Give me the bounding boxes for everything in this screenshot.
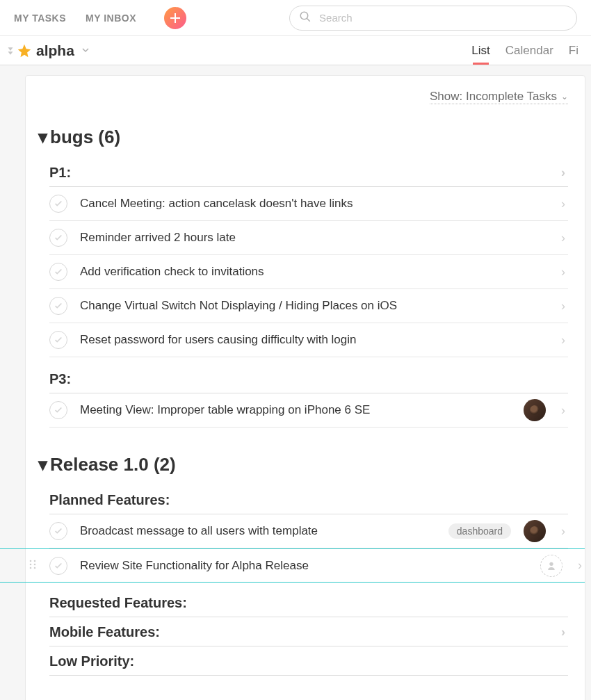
section-title: bugs (6) [50, 127, 120, 148]
task-panel: Show: Incomplete Tasks ⌄ ▾ bugs (6) P1: … [25, 75, 585, 700]
assignee-avatar[interactable] [524, 520, 546, 542]
subsection-label: P1: [49, 165, 71, 181]
chevron-right-icon: › [558, 333, 568, 348]
chevron-down-icon[interactable] [81, 44, 90, 57]
task-row[interactable]: Reset password for users causing difficu… [49, 323, 568, 357]
svg-point-5 [34, 563, 36, 565]
svg-point-6 [30, 567, 32, 569]
project-name: alpha [36, 42, 74, 59]
subsection-heading[interactable]: Planned Features: [49, 485, 568, 514]
complete-checkbox[interactable] [49, 229, 67, 247]
section-header-release[interactable]: ▾ Release 1.0 (2) [38, 454, 568, 475]
tab-list[interactable]: List [471, 44, 489, 58]
task-row[interactable]: Reminder arrived 2 hours late › [49, 221, 568, 255]
complete-checkbox[interactable] [49, 401, 67, 419]
subsection-p3: P3: [49, 364, 568, 393]
chevron-right-icon: › [558, 231, 568, 245]
svg-point-2 [30, 560, 32, 562]
task-row-selected[interactable]: Review Site Functionality for Alpha Rele… [0, 548, 585, 583]
chevron-right-icon: › [558, 197, 568, 211]
task-title: Broadcast message to all users with temp… [80, 524, 436, 538]
subsection-heading[interactable]: Low Priority: [49, 646, 568, 676]
filter-label: Show: Incomplete Tasks [430, 90, 557, 104]
caret-down-icon: ▾ [38, 127, 47, 148]
task-row[interactable]: Add verification check to invitations › [49, 255, 568, 289]
task-title: Cancel Meeting: action cancelask doesn't… [80, 197, 546, 211]
chevron-right-icon: › [558, 625, 568, 640]
search-wrap [289, 6, 577, 31]
task-title: Change Virtual Switch Not Displaying / H… [80, 299, 546, 313]
assignee-avatar[interactable] [524, 399, 546, 421]
filter-row: Show: Incomplete Tasks ⌄ [38, 90, 568, 104]
subsection-heading[interactable]: P3: [49, 364, 568, 393]
subsection-heading[interactable]: P1: › [49, 158, 568, 187]
chevron-right-icon: › [558, 299, 568, 314]
section-title: Release 1.0 (2) [50, 454, 176, 475]
subsection-label: Requested Features: [49, 595, 187, 611]
chevron-right-icon: › [558, 265, 568, 279]
task-title: Add verification check to invitations [80, 265, 546, 279]
chevron-down-icon: ⌄ [561, 92, 568, 101]
caret-down-icon: ▾ [38, 454, 47, 475]
tag-pill[interactable]: dashboard [448, 523, 511, 539]
subsection-mobile: Mobile Features: › [49, 617, 568, 646]
task-row[interactable]: Change Virtual Switch Not Displaying / H… [49, 289, 568, 323]
subsection-label: P3: [49, 371, 71, 387]
subsection-heading[interactable]: Requested Features: [49, 588, 568, 617]
task-title: Reset password for users causing difficu… [80, 333, 546, 347]
svg-point-3 [34, 560, 36, 562]
nav-my-tasks[interactable]: MY TASKS [14, 13, 66, 24]
tab-files[interactable]: Fi [569, 44, 578, 58]
task-row[interactable]: Meeting View: Improper table wrapping on… [49, 393, 568, 428]
collapse-sidebar-icon[interactable] [4, 46, 17, 56]
chevron-right-icon: › [558, 524, 568, 539]
task-title: Review Site Functionality for Alpha Rele… [80, 559, 528, 573]
star-icon[interactable] [17, 43, 32, 58]
complete-checkbox[interactable] [49, 263, 67, 281]
subsection-planned: Planned Features: [49, 485, 568, 514]
add-button[interactable] [164, 7, 186, 29]
complete-checkbox[interactable] [49, 195, 67, 213]
chevron-right-icon: › [558, 403, 568, 418]
search-input[interactable] [289, 6, 577, 31]
tab-calendar[interactable]: Calendar [505, 44, 553, 58]
task-title: Reminder arrived 2 hours late [80, 231, 546, 245]
project-bar: alpha List Calendar Fi [0, 36, 591, 65]
chevron-right-icon: › [575, 558, 585, 573]
filter-toggle[interactable]: Show: Incomplete Tasks ⌄ [430, 90, 568, 104]
drag-handle-icon[interactable] [29, 559, 37, 573]
subsection-lowpri: Low Priority: [49, 646, 568, 676]
subsection-p1: P1: › [49, 158, 568, 187]
subsection-heading[interactable]: Mobile Features: › [49, 617, 568, 646]
complete-checkbox[interactable] [49, 557, 67, 575]
top-bar: MY TASKS MY INBOX [0, 0, 591, 36]
chevron-right-icon: › [558, 165, 568, 180]
complete-checkbox[interactable] [49, 331, 67, 349]
svg-point-7 [34, 567, 36, 569]
assign-user-icon[interactable] [540, 555, 562, 577]
svg-point-4 [30, 563, 32, 565]
task-row[interactable]: Broadcast message to all users with temp… [49, 514, 568, 548]
subsection-label: Planned Features: [49, 492, 170, 508]
view-tabs: List Calendar Fi [471, 44, 587, 58]
complete-checkbox[interactable] [49, 522, 67, 540]
complete-checkbox[interactable] [49, 297, 67, 315]
subsection-label: Low Priority: [49, 653, 134, 669]
section-header-bugs[interactable]: ▾ bugs (6) [38, 127, 568, 148]
nav-my-inbox[interactable]: MY INBOX [86, 13, 136, 24]
subsection-label: Mobile Features: [49, 624, 160, 640]
plus-icon [170, 13, 181, 24]
subsection-requested: Requested Features: [49, 588, 568, 617]
task-title: Meeting View: Improper table wrapping on… [80, 403, 511, 417]
task-row[interactable]: Cancel Meeting: action cancelask doesn't… [49, 187, 568, 221]
